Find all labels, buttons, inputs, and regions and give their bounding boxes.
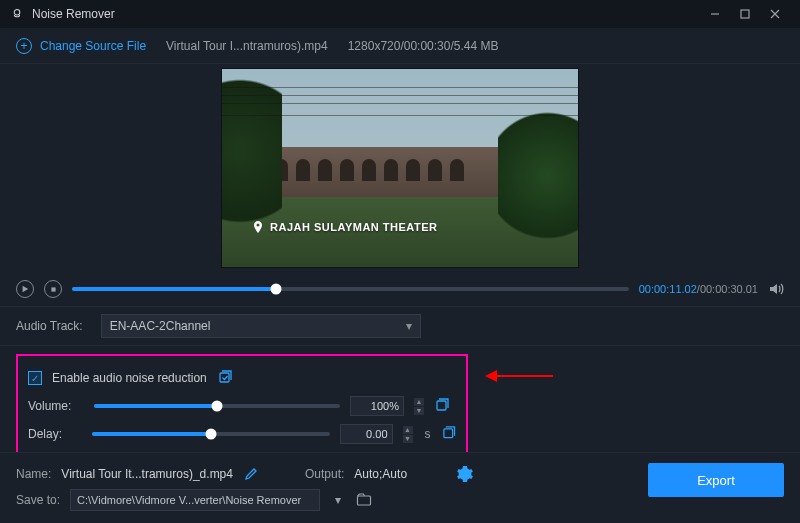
export-label: Export [697,473,735,488]
noise-reduction-panel: ✓ Enable audio noise reduction Volume: 1… [16,354,468,460]
maximize-button[interactable] [730,4,760,24]
app-icon [10,7,24,21]
audio-track-select[interactable]: EN-AAC-2Channel ▾ [101,314,421,338]
enable-noise-checkbox[interactable]: ✓ [28,371,42,385]
edit-name-icon[interactable] [243,466,259,482]
callout-arrow [485,370,553,382]
audio-track-value: EN-AAC-2Channel [110,319,211,333]
stop-button[interactable] [44,280,62,298]
source-file-info: 1280x720/00:00:30/5.44 MB [348,39,499,53]
total-time: 00:00:30.01 [700,283,758,295]
volume-slider[interactable] [94,404,340,408]
svg-point-0 [14,9,20,15]
timeline-progress [72,287,276,291]
video-preview[interactable]: RAJAH SULAYMAN THEATER [221,68,579,268]
delay-slider[interactable] [92,432,330,436]
plus-circle-icon: + [16,38,32,54]
source-file-name: Virtual Tour I...ntramuros).mp4 [166,39,328,53]
save-to-label: Save to: [16,493,60,507]
preview-overlay-label: RAJAH SULAYMAN THEATER [252,221,437,233]
output-label: Output: [305,467,344,481]
svg-rect-2 [51,287,55,291]
map-pin-icon [252,221,264,233]
playback-bar: 00:00:11.02/00:00:30.01 [0,272,800,306]
svg-rect-1 [741,10,749,18]
delay-label: Delay: [28,427,82,441]
time-display: 00:00:11.02/00:00:30.01 [639,283,758,295]
volume-icon[interactable] [768,281,784,297]
change-source-button[interactable]: + Change Source File [16,38,146,54]
name-value: Virtual Tour It...tramuros)_d.mp4 [61,467,233,481]
enable-noise-label: Enable audio noise reduction [52,371,207,385]
export-button[interactable]: Export [648,463,784,497]
volume-stepper[interactable]: ▲▼ [414,398,424,415]
audio-track-row: Audio Track: EN-AAC-2Channel ▾ [0,306,800,346]
save-to-path[interactable]: C:\Vidmore\Vidmore V...verter\Noise Remo… [70,489,320,511]
open-folder-icon[interactable] [356,492,372,508]
volume-value[interactable]: 100% [350,396,404,416]
name-label: Name: [16,467,51,481]
top-toolbar: + Change Source File Virtual Tour I...nt… [0,28,800,64]
change-source-label: Change Source File [40,39,146,53]
current-time: 00:00:11.02 [639,283,697,295]
close-button[interactable] [760,4,790,24]
chevron-down-icon: ▾ [406,319,412,333]
minimize-button[interactable] [700,4,730,24]
svg-rect-6 [358,496,371,505]
titlebar: Noise Remover [0,0,800,28]
delay-knob[interactable] [206,429,217,440]
timeline-slider[interactable] [72,287,629,291]
bottom-panel: Name: Virtual Tour It...tramuros)_d.mp4 … [0,452,800,523]
output-settings-icon[interactable] [457,466,473,482]
timeline-knob[interactable] [271,284,282,295]
delay-apply-all-icon[interactable] [441,426,456,442]
delay-unit: s [425,427,431,441]
save-to-value: C:\Vidmore\Vidmore V...verter\Noise Remo… [77,494,301,506]
overlay-text: RAJAH SULAYMAN THEATER [270,221,437,233]
save-to-dropdown-icon[interactable]: ▾ [330,492,346,508]
volume-knob[interactable] [212,401,223,412]
play-button[interactable] [16,280,34,298]
apply-all-checkbox-icon[interactable] [217,370,233,386]
volume-label: Volume: [28,399,84,413]
delay-value[interactable]: 0.00 [340,424,393,444]
audio-track-label: Audio Track: [16,319,83,333]
preview-area: RAJAH SULAYMAN THEATER [0,64,800,272]
svg-rect-4 [437,401,446,410]
window-title: Noise Remover [32,7,115,21]
svg-rect-5 [443,429,452,438]
volume-apply-all-icon[interactable] [434,398,450,414]
output-value: Auto;Auto [354,467,407,481]
svg-rect-3 [220,373,229,382]
delay-stepper[interactable]: ▲▼ [403,426,413,443]
